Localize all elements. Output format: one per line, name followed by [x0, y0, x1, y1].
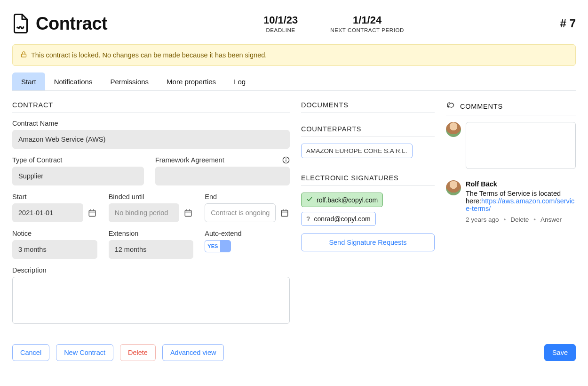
svg-rect-0	[22, 54, 26, 57]
description-textarea[interactable]	[12, 277, 290, 324]
section-signatures: ELECTRONIC SIGNATURES	[301, 174, 435, 186]
check-icon	[306, 196, 313, 204]
tabs: Start Notifications Permissions More pro…	[12, 72, 576, 91]
section-counterparts: COUNTERPARTS	[301, 125, 435, 137]
signature-email: rolf.back@copyl.com	[317, 196, 378, 204]
new-comment	[446, 122, 576, 169]
extension-label: Extension	[109, 230, 194, 237]
end-date-picker[interactable]	[280, 208, 290, 217]
contract-name-input[interactable]	[12, 130, 290, 149]
start-date-picker[interactable]	[88, 208, 97, 217]
cancel-button[interactable]: Cancel	[12, 344, 49, 361]
remove-signature-button[interactable]: ×	[379, 209, 390, 224]
lock-icon	[20, 51, 31, 59]
comments-icon	[446, 101, 455, 111]
new-contract-button[interactable]: New Contract	[56, 344, 113, 361]
deadline-value: 10/1/23	[263, 14, 298, 26]
tab-notifications[interactable]: Notifications	[45, 72, 102, 90]
page-title: Contract	[36, 14, 107, 34]
autoextend-label: Auto-extend	[205, 230, 290, 237]
end-date-input[interactable]	[205, 203, 276, 222]
extension-input[interactable]	[109, 240, 194, 259]
binded-date-picker[interactable]	[184, 208, 193, 217]
contract-number: # 7	[560, 17, 576, 30]
autoextend-value: YES	[205, 243, 220, 249]
comment-link[interactable]: https://aws.amazon.com/service-terms/	[466, 197, 574, 212]
start-date-input[interactable]	[12, 203, 83, 222]
comment-text: The Terms of Service is located here:htt…	[466, 190, 576, 212]
footer-actions: Cancel New Contract Delete Advanced view…	[12, 344, 576, 361]
next-period-value: 1/1/24	[330, 14, 404, 26]
section-documents: DOCUMENTS	[301, 101, 435, 113]
toggle-knob	[220, 241, 230, 252]
svg-rect-12	[281, 210, 288, 217]
comment-item: Rolf Bäck The Terms of Service is locate…	[446, 180, 576, 223]
framework-input[interactable]	[155, 167, 290, 185]
signature-pending[interactable]: ? conrad@copyl.com	[301, 212, 376, 226]
stat-deadline: 10/1/23 DEADLINE	[247, 14, 314, 33]
send-signature-requests-button[interactable]: Send Signature Requests	[301, 233, 435, 251]
stat-next-period: 1/1/24 NEXT CONTRACT PERIOD	[314, 14, 420, 33]
section-contract: CONTRACT	[12, 101, 290, 113]
new-comment-input[interactable]	[466, 122, 576, 169]
contract-name-label: Contract Name	[12, 120, 290, 127]
advanced-view-button[interactable]: Advanced view	[162, 344, 224, 361]
save-button[interactable]: Save	[544, 344, 576, 361]
delete-button[interactable]: Delete	[120, 344, 156, 361]
deadline-label: DEADLINE	[263, 27, 298, 33]
info-icon[interactable]	[282, 156, 290, 164]
binded-label: Binded until	[109, 193, 194, 201]
notice-input[interactable]	[12, 240, 97, 259]
locked-alert: This contract is locked. No changes can …	[12, 44, 576, 66]
start-label: Start	[12, 193, 97, 201]
counterpart-chip[interactable]: AMAZON EUROPE CORE S.A R.L.	[301, 144, 413, 158]
contract-type-input[interactable]	[12, 167, 144, 185]
tab-permissions[interactable]: Permissions	[101, 72, 158, 90]
section-comments: COMMENTS	[460, 103, 503, 110]
svg-rect-8	[185, 210, 192, 217]
tab-more-properties[interactable]: More properties	[158, 72, 225, 90]
framework-label: Framework Agreement	[155, 156, 290, 164]
comment-author: Rolf Bäck	[466, 180, 576, 188]
autoextend-toggle[interactable]: YES	[205, 240, 231, 252]
description-label: Description	[12, 266, 290, 274]
svg-point-3	[286, 158, 286, 159]
avatar	[446, 180, 461, 195]
comment-age: 2 years ago	[466, 216, 499, 223]
next-period-label: NEXT CONTRACT PERIOD	[330, 27, 404, 33]
page-header: Contract 10/1/23 DEADLINE 1/1/24 NEXT CO…	[12, 0, 576, 34]
contract-icon	[12, 13, 29, 34]
tab-log[interactable]: Log	[225, 72, 254, 90]
signature-email: conrad@copyl.com	[314, 215, 371, 223]
comment-delete-link[interactable]: Delete	[510, 216, 529, 223]
contract-type-label: Type of Contract	[12, 156, 144, 164]
comment-answer-link[interactable]: Answer	[540, 216, 562, 223]
question-icon: ?	[306, 215, 310, 223]
end-label: End	[205, 193, 290, 201]
svg-rect-4	[89, 210, 95, 217]
tab-start[interactable]: Start	[12, 72, 45, 90]
signature-signed[interactable]: rolf.back@copyl.com	[301, 193, 383, 207]
notice-label: Notice	[12, 230, 97, 237]
locked-alert-text: This contract is locked. No changes can …	[31, 51, 267, 59]
avatar	[446, 122, 461, 137]
binded-date-input[interactable]	[109, 203, 180, 222]
